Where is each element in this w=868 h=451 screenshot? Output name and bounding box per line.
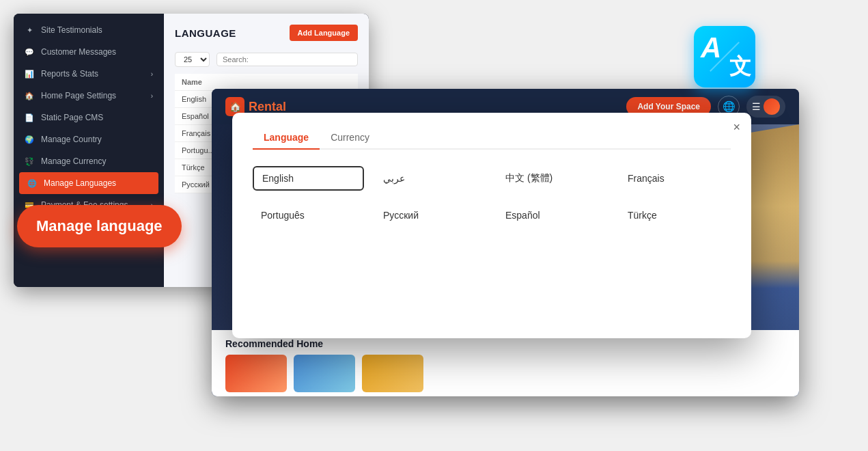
modal-close-button[interactable]: × bbox=[733, 121, 740, 133]
sidebar-icon-home-page-settings: 🏠 bbox=[25, 91, 34, 100]
admin-toolbar: 25 50 bbox=[175, 52, 358, 67]
language-grid: Englishعربي中文 (繁體)FrançaisPortuguêsРусск… bbox=[253, 166, 731, 226]
page-size-select[interactable]: 25 50 bbox=[175, 52, 210, 67]
language-modal: × Language Currency Englishعربي中文 (繁體)Fr… bbox=[232, 113, 751, 338]
sidebar-label-manage-languages: Manage Languages bbox=[44, 178, 116, 188]
rec-card-3[interactable] bbox=[362, 355, 423, 392]
tab-language[interactable]: Language bbox=[253, 126, 320, 150]
lang-item-spanish[interactable]: Español bbox=[497, 204, 608, 226]
sidebar-arrow-reports-stats: › bbox=[151, 70, 153, 78]
lang-item-russian[interactable]: Русский bbox=[375, 204, 486, 226]
sidebar-label-static-page-cms: Static Page CMS bbox=[41, 113, 103, 122]
sidebar-item-static-page-cms[interactable]: 📄 Static Page CMS bbox=[14, 107, 164, 128]
hamburger-icon: ☰ bbox=[752, 101, 761, 112]
recommended-cards bbox=[225, 355, 785, 392]
add-language-button[interactable]: Add Language bbox=[290, 25, 358, 41]
admin-search-input[interactable] bbox=[216, 53, 358, 66]
sidebar-item-home-page-settings[interactable]: 🏠 Home Page Settings › bbox=[14, 85, 164, 107]
recommended-section: Recommended Home bbox=[212, 330, 799, 396]
logo-text: Rental bbox=[249, 100, 286, 114]
lang-item-arabic[interactable]: عربي bbox=[375, 166, 486, 191]
lang-item-chinese[interactable]: 中文 (繁體) bbox=[497, 166, 608, 191]
admin-page-title: LANGUAGE bbox=[175, 27, 236, 39]
lang-item-french[interactable]: Français bbox=[619, 166, 731, 191]
sidebar-item-customer-messages[interactable]: 💬 Customer Messages bbox=[14, 41, 164, 63]
sidebar-label-home-page-settings: Home Page Settings bbox=[41, 91, 116, 100]
sidebar-label-manage-currency: Manage Currency bbox=[41, 156, 106, 166]
sidebar-label-reports-stats: Reports & Stats bbox=[41, 69, 98, 79]
sidebar-icon-static-page-cms: 📄 bbox=[25, 113, 34, 122]
lang-item-english[interactable]: English bbox=[253, 166, 364, 191]
sidebar-item-manage-country[interactable]: 🌍 Manage Country bbox=[14, 128, 164, 150]
sidebar-item-reports-stats[interactable]: 📊 Reports & Stats › bbox=[14, 63, 164, 85]
sidebar-label-site-testimonials: Site Testimonials bbox=[41, 25, 102, 35]
sidebar-item-manage-languages[interactable]: 🌐 Manage Languages bbox=[19, 172, 158, 194]
menu-avatar[interactable]: ☰ bbox=[746, 96, 785, 118]
sidebar-label-manage-country: Manage Country bbox=[41, 135, 102, 144]
sidebar-icon-site-testimonials: ✦ bbox=[25, 25, 34, 35]
recommended-title: Recommended Home bbox=[225, 338, 785, 349]
translate-letter-zh: 文 bbox=[729, 52, 751, 82]
rec-card-2[interactable] bbox=[294, 355, 355, 392]
sidebar-icon-customer-messages: 💬 bbox=[25, 47, 34, 57]
user-avatar bbox=[764, 98, 780, 115]
sidebar-icon-manage-country: 🌍 bbox=[25, 135, 34, 144]
modal-tabs: Language Currency bbox=[253, 126, 731, 150]
col-name: Name bbox=[182, 78, 351, 86]
sidebar-icon-manage-languages: 🌐 bbox=[27, 178, 37, 188]
sidebar-item-manage-currency[interactable]: 💱 Manage Currency bbox=[14, 150, 164, 172]
sidebar-label-customer-messages: Customer Messages bbox=[41, 47, 116, 57]
lang-item-portuguese[interactable]: Português bbox=[253, 204, 364, 226]
sidebar-arrow-home-page-settings: › bbox=[151, 92, 153, 100]
admin-header: LANGUAGE Add Language bbox=[175, 25, 358, 41]
sidebar-item-site-testimonials[interactable]: ✦ Site Testimonials bbox=[14, 19, 164, 41]
rec-card-1[interactable] bbox=[225, 355, 287, 392]
sidebar-icon-manage-currency: 💱 bbox=[25, 156, 34, 166]
lang-item-turkish[interactable]: Türkçe bbox=[619, 204, 731, 226]
translate-icon-box: A 文 bbox=[694, 26, 755, 87]
tab-currency[interactable]: Currency bbox=[320, 126, 380, 150]
sidebar-icon-reports-stats: 📊 bbox=[25, 69, 34, 79]
manage-language-badge: Manage language bbox=[17, 205, 182, 247]
translate-icon-background: A 文 bbox=[694, 26, 755, 87]
